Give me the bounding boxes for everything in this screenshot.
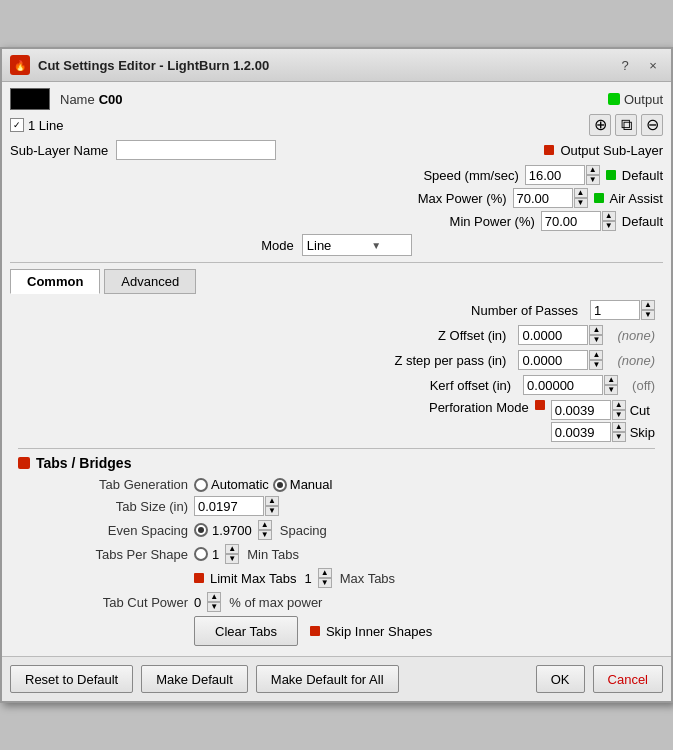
perf-cut-down-btn[interactable]: ▼ — [612, 410, 626, 420]
help-button[interactable]: ? — [615, 55, 635, 75]
passes-down-btn[interactable]: ▼ — [641, 310, 655, 320]
tab-cut-power-value: 0 — [194, 595, 201, 610]
even-spacing-text: Even Spacing — [108, 523, 188, 538]
kerf-down-btn[interactable]: ▼ — [604, 385, 618, 395]
z-step-row: Z step per pass (in) ▲ ▼ (none) — [18, 350, 655, 370]
tab-gen-auto-option[interactable]: Automatic — [194, 477, 269, 492]
color-swatch[interactable] — [10, 88, 50, 110]
tabs-per-shape-label: Tabs Per Shape — [34, 547, 194, 562]
z-step-label: Z step per pass (in) — [394, 353, 506, 368]
tab-cut-power-label: Tab Cut Power — [34, 595, 194, 610]
z-step-suffix: (none) — [617, 353, 655, 368]
tabs-per-shape-radio[interactable] — [194, 547, 208, 561]
window-title: Cut Settings Editor - LightBurn 1.2.00 — [38, 58, 269, 73]
remove-sublayer-btn[interactable]: ⊖ — [641, 114, 663, 136]
max-power-spinners: ▲ ▼ — [574, 188, 588, 208]
even-spacing-radio[interactable] — [194, 523, 208, 537]
max-power-input[interactable]: 70.00 — [513, 188, 573, 208]
clear-tabs-button[interactable]: Clear Tabs — [194, 616, 298, 646]
limit-max-tabs-area: Limit Max Tabs 1 ▲ ▼ Max Tabs — [194, 568, 395, 588]
even-spacing-down-btn[interactable]: ▼ — [258, 530, 272, 540]
app-icon: 🔥 — [10, 55, 30, 75]
limit-max-up-btn[interactable]: ▲ — [318, 568, 332, 578]
sublayer-name-input[interactable] — [116, 140, 276, 160]
limit-max-tabs-value: 1 — [304, 571, 311, 586]
speed-input[interactable]: 16.00 — [525, 165, 585, 185]
z-offset-up-btn[interactable]: ▲ — [589, 325, 603, 335]
max-power-suffix-area: Air Assist — [594, 191, 663, 206]
tab-gen-auto-radio[interactable] — [194, 478, 208, 492]
z-step-down-btn[interactable]: ▼ — [589, 360, 603, 370]
tab-cut-power-row: Tab Cut Power 0 ▲ ▼ % of max power — [34, 592, 655, 612]
perf-skip-down-btn[interactable]: ▼ — [612, 432, 626, 442]
tab-gen-label: Tab Generation — [34, 477, 194, 492]
passes-input[interactable] — [590, 300, 640, 320]
close-button[interactable]: × — [643, 55, 663, 75]
min-power-input[interactable]: 70.00 — [541, 211, 601, 231]
z-offset-spinners: ▲ ▼ — [589, 325, 603, 345]
perf-skip-row: ▲ ▼ Skip — [551, 422, 655, 442]
speed-up-btn[interactable]: ▲ — [586, 165, 600, 175]
max-power-up-btn[interactable]: ▲ — [574, 188, 588, 198]
mode-row: Mode Line ▼ — [10, 234, 663, 256]
z-offset-input[interactable] — [518, 325, 588, 345]
tabs-per-shape-spinners: ▲ ▼ — [225, 544, 239, 564]
min-power-down-btn[interactable]: ▼ — [602, 221, 616, 231]
tab-gen-manual-radio[interactable] — [273, 478, 287, 492]
tab-size-spinners: ▲ ▼ — [265, 496, 279, 516]
output-sublayer-label: Output Sub-Layer — [560, 143, 663, 158]
tabs-per-shape-down-btn[interactable]: ▼ — [225, 554, 239, 564]
kerf-up-btn[interactable]: ▲ — [604, 375, 618, 385]
make-default-button[interactable]: Make Default — [141, 665, 248, 693]
tab-buttons-row: Common Advanced — [10, 269, 663, 294]
tabs-per-shape-up-btn[interactable]: ▲ — [225, 544, 239, 554]
add-sublayer-btn[interactable]: ⊕ — [589, 114, 611, 136]
tabs-section-dot — [18, 457, 30, 469]
tab-common[interactable]: Common — [10, 269, 100, 294]
tab-cut-power-up-btn[interactable]: ▲ — [207, 592, 221, 602]
one-line-checkbox[interactable]: ✓ — [10, 118, 24, 132]
mode-dropdown[interactable]: Line ▼ — [302, 234, 412, 256]
even-spacing-spinners: ▲ ▼ — [258, 520, 272, 540]
limit-max-tabs-spinners: ▲ ▼ — [318, 568, 332, 588]
z-step-input[interactable] — [518, 350, 588, 370]
reset-to-default-button[interactable]: Reset to Default — [10, 665, 133, 693]
perf-cut-input[interactable] — [551, 400, 611, 420]
perf-skip-label: Skip — [630, 425, 655, 440]
tab-gen-row: Tab Generation Automatic Manual — [34, 477, 655, 492]
output-sublayer-area: Output Sub-Layer — [544, 143, 663, 158]
min-power-up-btn[interactable]: ▲ — [602, 211, 616, 221]
max-power-dot — [594, 193, 604, 203]
speed-dot — [606, 170, 616, 180]
property-grid: Speed (mm/sec) 16.00 ▲ ▼ Default Max Pow… — [10, 165, 663, 256]
max-tabs-suffix: Max Tabs — [340, 571, 395, 586]
copy-sublayer-btn[interactable]: ⧉ — [615, 114, 637, 136]
even-spacing-up-btn[interactable]: ▲ — [258, 520, 272, 530]
tab-gen-manual-option[interactable]: Manual — [273, 477, 333, 492]
speed-down-btn[interactable]: ▼ — [586, 175, 600, 185]
max-power-down-btn[interactable]: ▼ — [574, 198, 588, 208]
tab-size-input[interactable] — [194, 496, 264, 516]
max-power-suffix: Air Assist — [610, 191, 663, 206]
z-step-up-btn[interactable]: ▲ — [589, 350, 603, 360]
perf-cut-up-btn[interactable]: ▲ — [612, 400, 626, 410]
tab-advanced[interactable]: Advanced — [104, 269, 196, 294]
make-default-all-button[interactable]: Make Default for All — [256, 665, 399, 693]
tab-size-down-btn[interactable]: ▼ — [265, 506, 279, 516]
perf-skip-input[interactable] — [551, 422, 611, 442]
clear-tabs-row: Clear Tabs Skip Inner Shapes — [34, 616, 655, 646]
z-offset-down-btn[interactable]: ▼ — [589, 335, 603, 345]
tab-size-up-btn[interactable]: ▲ — [265, 496, 279, 506]
cancel-button[interactable]: Cancel — [593, 665, 663, 693]
passes-up-btn[interactable]: ▲ — [641, 300, 655, 310]
tab-cut-power-down-btn[interactable]: ▼ — [207, 602, 221, 612]
min-power-suffix: Default — [622, 214, 663, 229]
kerf-label: Kerf offset (in) — [430, 378, 511, 393]
kerf-input[interactable] — [523, 375, 603, 395]
kerf-spinners: ▲ ▼ — [604, 375, 618, 395]
ok-button[interactable]: OK — [536, 665, 585, 693]
limit-max-down-btn[interactable]: ▼ — [318, 578, 332, 588]
speed-suffix-area: Default — [606, 168, 663, 183]
even-spacing-label: Even Spacing — [34, 523, 194, 538]
perf-skip-up-btn[interactable]: ▲ — [612, 422, 626, 432]
